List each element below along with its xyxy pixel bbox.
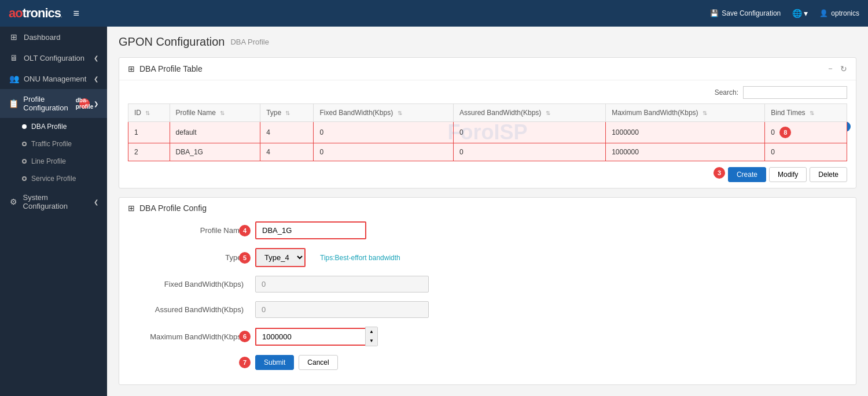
create-button[interactable]: Create (728, 167, 766, 182)
delete-button[interactable]: Delete (810, 167, 847, 182)
table-cell: DBA_1G (170, 143, 260, 161)
table-row[interactable]: 2DBA_1G40010000000 (128, 143, 847, 161)
chevron-right-icon: ❮ (94, 199, 98, 205)
sidebar-item-system-config[interactable]: ⚙ System Configuration ❮ (0, 187, 107, 216)
save-config-button[interactable]: 💾 Save Configuration (710, 9, 781, 17)
sidebar-item-line-profile[interactable]: Line Profile (0, 153, 107, 170)
sidebar-item-dashboard[interactable]: ⊞ Dashboard (0, 27, 107, 47)
table-cell: 1000000 (606, 143, 765, 161)
profile-name-row: Profile Name 4 (128, 221, 847, 239)
content-area: GPON Configuration DBA Profile ⊞ DBA Pro… (107, 27, 868, 396)
search-input[interactable] (743, 86, 847, 99)
search-label: Search: (715, 88, 738, 97)
badge-8: 8 (779, 127, 791, 138)
badge-4: 4 (239, 225, 251, 236)
modify-button[interactable]: Modify (769, 167, 807, 182)
table-row[interactable]: 1default40010000000 8 (128, 122, 847, 143)
dot-icon (22, 142, 27, 146)
sidebar-item-profile-config[interactable]: 📋 Profile Configuration dba-profile ❯ (0, 89, 107, 118)
max-bw-label: Maximum BandWidth(Kbps) (128, 332, 255, 341)
sidebar-item-dba-profile[interactable]: DBA Profile 2 (0, 118, 107, 135)
col-type[interactable]: Type ⇅ (260, 104, 314, 122)
nav-toggle-button[interactable]: ≡ (73, 8, 80, 20)
table-icon: ⊞ (128, 64, 135, 73)
sidebar-sub-label: DBA Profile (31, 123, 67, 131)
sidebar-item-label: Dashboard (24, 33, 61, 42)
olt-icon: 🖥 (9, 53, 19, 62)
table-controls: Search: (128, 86, 847, 99)
cancel-button[interactable]: Cancel (299, 355, 337, 370)
sidebar-sub-label: Service Profile (31, 175, 76, 183)
badge-1: dba-profile (79, 98, 90, 109)
table-cell: 0 (765, 143, 847, 161)
logo: aotronics. (9, 6, 62, 21)
type-select[interactable]: Type_1 Type_2 Type_3 Type_4 Type_5 (255, 248, 306, 267)
col-assured-bw[interactable]: Assured BandWidth(Kbps) ⇅ (453, 104, 605, 122)
type-hint: Tips:Best-effort bandwidth (320, 254, 400, 262)
refresh-icon[interactable]: ↻ (840, 64, 847, 73)
table-cell: 4 (260, 143, 314, 161)
globe-icon: 🌐 (792, 9, 802, 18)
navbar-right: 💾 Save Configuration 🌐 ▾ 👤 optronics (710, 9, 859, 18)
table-header-row: ID ⇅ Profile Name ⇅ Type ⇅ Fixed BandWid… (128, 104, 847, 122)
table-cell: 0 (453, 143, 605, 161)
main-layout: ⊞ Dashboard 🖥 OLT Configuration ❮ 👥 ONU … (0, 27, 868, 396)
sidebar-item-olt-config[interactable]: 🖥 OLT Configuration ❮ (0, 47, 107, 68)
spinner-down-button[interactable]: ▼ (366, 336, 377, 346)
assured-bw-input (255, 301, 429, 318)
form-card: ⊞ DBA Profile Config Profile Name 4 Type… (119, 197, 856, 385)
chevron-right-icon: ❮ (94, 76, 98, 82)
table-card-header: ⊞ DBA Profile Table － ↻ (119, 58, 856, 80)
table-cell: 0 (314, 143, 453, 161)
profile-name-input[interactable] (255, 221, 366, 239)
max-bw-row: Maximum BandWidth(Kbps) 6 ▲ ▼ (128, 327, 847, 346)
table-wrapper: ForoISP ID ⇅ Profile Name ⇅ Type ⇅ Fixed… (128, 103, 847, 161)
table-cell: 0 8 (765, 122, 847, 143)
save-icon: 💾 (710, 9, 719, 17)
form-buttons-row: 7 Submit Cancel (128, 355, 847, 370)
spinner-up-button[interactable]: ▲ (366, 327, 377, 336)
table-cell: 1 (128, 122, 170, 143)
navbar: aotronics. ≡ 💾 Save Configuration 🌐 ▾ 👤 … (0, 0, 868, 27)
col-max-bw[interactable]: Maximum BandWidth(Kbps) ⇅ (606, 104, 765, 122)
max-bw-spinner: ▲ ▼ (255, 327, 378, 346)
col-id[interactable]: ID ⇅ (128, 104, 170, 122)
dashboard-icon: ⊞ (9, 32, 19, 42)
spinner-buttons: ▲ ▼ (365, 327, 378, 346)
table-cell: 4 (260, 122, 314, 143)
sidebar-item-onu-management[interactable]: 👥 ONU Management ❮ (0, 68, 107, 89)
badge-6: 6 (239, 331, 251, 342)
sort-icon: ⇅ (285, 110, 290, 116)
table-title: ⊞ DBA Profile Table (128, 64, 203, 73)
profile-name-label: Profile Name (128, 226, 255, 235)
sidebar-sub-label: Line Profile (31, 157, 66, 165)
table-card-body: Search: ForoISP ID ⇅ Profile Name ⇅ Type… (119, 80, 856, 188)
table-cell: default (170, 122, 260, 143)
col-bind-times[interactable]: Bind Times ⇅ (765, 104, 847, 122)
user-menu[interactable]: 👤 optronics (819, 9, 859, 17)
fixed-bw-label: Fixed BandWidth(Kbps) (128, 280, 255, 288)
page-header: GPON Configuration DBA Profile (119, 35, 856, 49)
sidebar-item-label: OLT Configuration (24, 54, 84, 62)
collapse-icon[interactable]: － (826, 64, 834, 74)
sidebar-item-traffic-profile[interactable]: Traffic Profile (0, 135, 107, 153)
sort-icon: ⇅ (145, 110, 150, 116)
system-icon: ⚙ (9, 197, 19, 206)
col-profile-name[interactable]: Profile Name ⇅ (170, 104, 260, 122)
language-selector[interactable]: 🌐 ▾ (792, 9, 808, 18)
col-fixed-bw[interactable]: Fixed BandWidth(Kbps) ⇅ (314, 104, 453, 122)
onu-icon: 👥 (9, 74, 19, 83)
max-bw-input[interactable] (255, 328, 365, 346)
badge-7: 7 (239, 357, 251, 368)
profile-icon: 📋 (9, 99, 19, 108)
brand: aotronics. (9, 6, 62, 21)
table-card: ⊞ DBA Profile Table － ↻ Search: ForoISP (119, 57, 856, 188)
table-cell: 0 (314, 122, 453, 143)
sidebar: ⊞ Dashboard 🖥 OLT Configuration ❮ 👥 ONU … (0, 27, 107, 396)
sidebar-item-label: ONU Management (24, 75, 86, 83)
form-icon: ⊞ (128, 203, 135, 213)
fixed-bw-input (255, 276, 429, 293)
submit-button[interactable]: Submit (255, 355, 294, 370)
sidebar-item-service-profile[interactable]: Service Profile (0, 170, 107, 187)
dot-icon (22, 176, 27, 181)
